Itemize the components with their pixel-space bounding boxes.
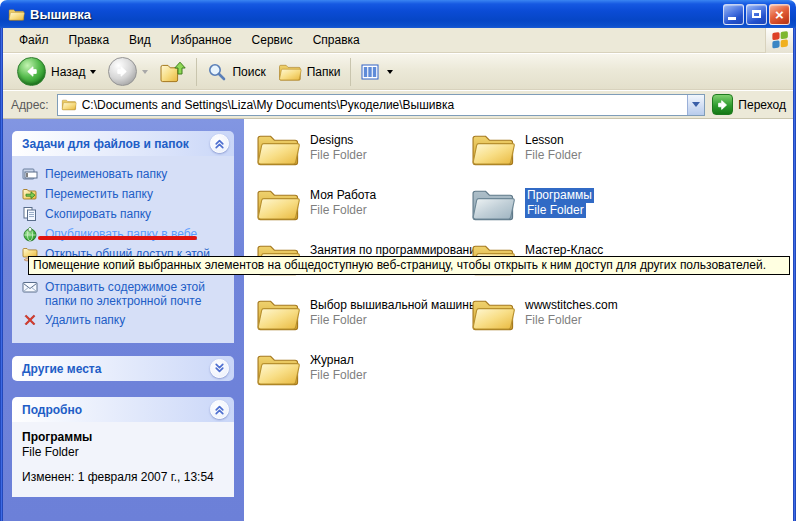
task-rename-folder[interactable]: Переименовать папку bbox=[22, 167, 230, 182]
task-move-folder[interactable]: Переместить папку bbox=[22, 187, 230, 202]
address-dropdown-button[interactable] bbox=[687, 95, 704, 115]
forward-icon bbox=[108, 57, 137, 86]
details-item-type: File Folder bbox=[22, 445, 224, 460]
details-panel: Подробно Программы File Folder Изменен: … bbox=[12, 397, 234, 497]
menu-help[interactable]: Справка bbox=[303, 30, 370, 50]
details-panel-header[interactable]: Подробно bbox=[12, 397, 234, 422]
chevron-up-icon bbox=[212, 136, 227, 151]
back-dropdown-icon[interactable] bbox=[90, 70, 96, 74]
folder-name: Журнал bbox=[310, 353, 354, 368]
folder-tile-lesson[interactable]: LessonFile Folder bbox=[470, 130, 770, 185]
copy-icon bbox=[22, 206, 38, 222]
task-delete-folder[interactable]: Удалить папку bbox=[22, 313, 230, 328]
go-button[interactable]: Переход bbox=[712, 94, 788, 115]
task-label: Скопировать папку bbox=[45, 207, 217, 221]
expand-button[interactable] bbox=[210, 359, 229, 378]
folder-type: File Folder bbox=[525, 148, 582, 163]
other-places-panel: Другие места bbox=[12, 356, 234, 381]
go-label: Переход bbox=[738, 98, 786, 112]
other-places-header[interactable]: Другие места bbox=[12, 356, 234, 381]
folder-type: File Folder bbox=[525, 203, 586, 218]
folder-icon-selected bbox=[470, 185, 516, 223]
address-folder-icon bbox=[61, 98, 77, 111]
back-icon bbox=[17, 57, 46, 86]
folder-icon bbox=[255, 185, 301, 223]
menu-tools[interactable]: Сервис bbox=[242, 30, 303, 50]
folder-icon bbox=[255, 295, 301, 333]
menu-bar: Файл Правка Вид Избранное Сервис Справка bbox=[3, 28, 793, 53]
explorer-window: Вышивка × Файл Правка Вид Избранное Серв… bbox=[0, 0, 796, 521]
tasks-panel-title: Задачи для файлов и папок bbox=[22, 137, 189, 151]
windows-logo bbox=[765, 28, 793, 53]
other-places-title: Другие места bbox=[22, 362, 101, 376]
toolbar-separator bbox=[196, 58, 197, 86]
minimize-button[interactable] bbox=[723, 4, 744, 25]
windows-flag-icon bbox=[769, 29, 791, 51]
task-label: Удалить папку bbox=[45, 313, 217, 327]
folder-icon bbox=[255, 130, 301, 168]
rename-icon bbox=[22, 166, 38, 182]
maximize-icon bbox=[752, 10, 761, 18]
menu-favorites[interactable]: Избранное bbox=[161, 30, 242, 50]
folder-tile-wwwstitches[interactable]: wwwstitches.comFile Folder bbox=[470, 295, 770, 350]
task-copy-folder[interactable]: Скопировать папку bbox=[22, 207, 230, 222]
content-area: Задачи для файлов и папок Переименовать … bbox=[3, 119, 793, 521]
menu-file[interactable]: Файл bbox=[9, 30, 59, 50]
toolbar: Назад Поиск Папки bbox=[3, 54, 793, 90]
window-controls: × bbox=[723, 4, 790, 25]
forward-button[interactable] bbox=[102, 56, 154, 88]
folder-tile-zhurnal[interactable]: ЖурналFile Folder bbox=[255, 350, 470, 405]
publish-icon bbox=[22, 226, 38, 242]
tasks-panel-header[interactable]: Задачи для файлов и папок bbox=[12, 131, 234, 156]
back-button[interactable]: Назад bbox=[11, 56, 102, 88]
folder-icon bbox=[470, 295, 516, 333]
task-label: Переименовать папку bbox=[45, 167, 217, 181]
search-label: Поиск bbox=[232, 65, 265, 79]
minimize-icon bbox=[728, 17, 736, 20]
details-item-name: Программы bbox=[22, 430, 224, 445]
folder-tile-vybor-mashiny[interactable]: Выбор вышивальной машиныFile Folder bbox=[255, 295, 470, 350]
menu-edit[interactable]: Правка bbox=[59, 30, 120, 50]
folder-tile-moya-rabota[interactable]: Моя РаботаFile Folder bbox=[255, 185, 470, 240]
search-button[interactable]: Поиск bbox=[201, 56, 271, 88]
up-button[interactable] bbox=[154, 56, 192, 88]
folder-type: File Folder bbox=[525, 313, 582, 328]
folder-icon bbox=[470, 130, 516, 168]
move-icon bbox=[22, 186, 38, 202]
task-email-folder[interactable]: Отправить содержимое этой папки по элект… bbox=[22, 280, 230, 308]
file-list: DesignsFile Folder LessonFile Folder Моя… bbox=[244, 119, 793, 521]
details-panel-title: Подробно bbox=[22, 403, 82, 417]
folder-type: File Folder bbox=[310, 313, 367, 328]
details-item-modified: Изменен: 1 февраля 2007 г., 13:54 bbox=[22, 470, 224, 485]
folder-name: Lesson bbox=[525, 133, 564, 148]
menu-view[interactable]: Вид bbox=[119, 30, 161, 50]
chevron-down-icon bbox=[692, 102, 700, 107]
tasks-panel-body: Переименовать папку Переместить папку Ск… bbox=[12, 156, 234, 343]
forward-dropdown-icon[interactable] bbox=[142, 70, 148, 74]
toolbar-separator bbox=[350, 58, 351, 86]
views-dropdown-icon[interactable] bbox=[387, 70, 393, 74]
task-label: Отправить содержимое этой папки по элект… bbox=[45, 280, 217, 308]
task-label: Переместить папку bbox=[45, 187, 217, 201]
folder-name: Программы bbox=[525, 188, 594, 203]
folder-tile-designs[interactable]: DesignsFile Folder bbox=[255, 130, 470, 185]
folders-label: Папки bbox=[307, 65, 341, 79]
folder-type: File Folder bbox=[310, 203, 367, 218]
views-button[interactable] bbox=[355, 56, 399, 88]
address-input[interactable]: C:\Documents and Settings\Liza\My Docume… bbox=[57, 94, 706, 116]
folders-icon bbox=[278, 62, 302, 82]
window-border-left bbox=[0, 26, 3, 521]
folders-button[interactable]: Папки bbox=[272, 56, 347, 88]
collapse-button[interactable] bbox=[210, 134, 229, 153]
address-label: Адрес: bbox=[11, 98, 49, 112]
titlebar[interactable]: Вышивка × bbox=[0, 0, 796, 28]
up-folder-icon bbox=[160, 61, 186, 83]
folder-name: Моя Работа bbox=[310, 188, 376, 203]
collapse-button[interactable] bbox=[210, 400, 229, 419]
details-panel-body: Программы File Folder Изменен: 1 февраля… bbox=[12, 422, 234, 497]
maximize-button[interactable] bbox=[746, 4, 767, 25]
close-button[interactable]: × bbox=[769, 4, 790, 25]
address-path[interactable]: C:\Documents and Settings\Liza\My Docume… bbox=[82, 98, 688, 112]
folder-tile-programmy[interactable]: ПрограммыFile Folder bbox=[470, 185, 770, 240]
go-arrow-icon bbox=[712, 94, 733, 115]
